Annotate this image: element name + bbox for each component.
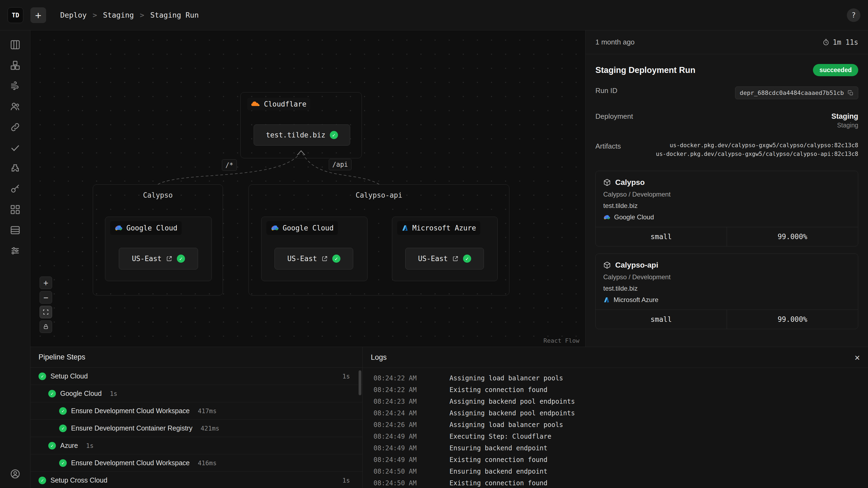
google-cloud-icon	[271, 225, 279, 231]
calypso-api-group-node[interactable]: Calypso-api Google Cloud US-East	[248, 184, 509, 295]
step-success-icon	[59, 425, 67, 432]
sidebar-item-resources[interactable]	[8, 223, 23, 237]
cloudflare-icon	[251, 101, 260, 107]
add-button[interactable]: +	[30, 7, 46, 23]
cloudflare-group-node[interactable]: Cloudflare test.tilde.biz	[240, 92, 362, 158]
cloudflare-group-title: Cloudflare	[264, 100, 307, 108]
provider-name: Google Cloud	[283, 224, 334, 232]
pipeline-scrollbar[interactable]	[359, 370, 361, 395]
step-duration: 1s	[110, 390, 118, 397]
step-success-icon	[48, 442, 56, 450]
region-node[interactable]: US-East	[275, 248, 353, 269]
lock-icon	[43, 324, 49, 330]
resource-provider: Google Cloud	[614, 214, 654, 221]
close-icon[interactable]: ✕	[855, 353, 860, 362]
package-icon	[603, 261, 611, 269]
flow-canvas[interactable]: Cloudflare test.tilde.biz /* /api Calyps…	[30, 30, 585, 347]
resource-project: Calypso / Development	[603, 191, 850, 198]
pipeline-step[interactable]: Ensure Development Container Registry 42…	[30, 420, 362, 437]
breadcrumb: Deploy > Staging > Staging Run	[60, 11, 199, 19]
run-id-label: Run ID	[595, 87, 617, 95]
breadcrumb-staging-run[interactable]: Staging Run	[150, 11, 199, 19]
domain-node[interactable]: test.tilde.biz	[254, 124, 350, 145]
calypso-gc-card[interactable]: Google Cloud US-East	[105, 217, 212, 281]
fit-view-icon	[42, 309, 49, 315]
external-link-icon	[321, 255, 328, 262]
success-check-icon	[463, 255, 471, 263]
log-timestamp: 08:24:22 AM	[373, 375, 437, 382]
deployment-value[interactable]: Staging	[831, 112, 858, 121]
log-message: Executing Step: Cloudflare	[450, 433, 552, 440]
artifacts-label: Artifacts	[595, 142, 621, 151]
table-icon	[10, 225, 21, 236]
log-line: 08:24:49 AM Executing Step: Cloudflare	[363, 430, 868, 442]
calypso-group-node[interactable]: Calypso Google Cloud US-East	[93, 184, 223, 295]
google-cloud-icon	[603, 215, 610, 220]
breadcrumb-staging[interactable]: Staging	[103, 11, 134, 19]
step-success-icon	[48, 390, 56, 397]
zoom-in-button[interactable]: +	[40, 276, 52, 289]
log-timestamp: 08:24:50 AM	[373, 468, 437, 475]
region-node[interactable]: US-East	[119, 248, 198, 269]
pipeline-panel-title: Pipeline Steps	[38, 353, 86, 361]
resource-size: small	[596, 227, 727, 246]
sidebar-item-integrations[interactable]	[8, 161, 23, 176]
step-success-icon	[59, 459, 67, 467]
sidebar-item-team[interactable]	[8, 99, 23, 114]
log-message: Assigning backend pool endpoints	[450, 398, 575, 405]
pipeline-step[interactable]: Setup Cloud 1s	[30, 368, 362, 385]
deployment-label: Deployment	[595, 112, 633, 121]
log-line: 08:24:49 AM Ensuring backend endpoint	[363, 442, 868, 454]
step-duration: 1s	[342, 477, 350, 484]
pipeline-step[interactable]: Azure 1s	[30, 437, 362, 454]
success-check-icon	[177, 255, 185, 263]
lock-button[interactable]	[40, 321, 52, 333]
react-flow-attribution[interactable]: React Flow	[544, 337, 579, 344]
log-line: 08:24:50 AM Ensuring backend endpoint	[363, 465, 868, 477]
sidebar-item-secrets[interactable]	[8, 182, 23, 196]
pipeline-step[interactable]: Ensure Development Cloud Workspace 417ms	[30, 402, 362, 420]
pipeline-step[interactable]: Google Cloud 1s	[30, 385, 362, 402]
calypso-api-group-label: Calypso-api	[249, 191, 509, 199]
workspace-logo[interactable]: TD	[8, 7, 23, 23]
sidebar-item-checks[interactable]	[8, 140, 23, 155]
artifact-path: us-docker.pkg.dev/calypso-gxgw5/calypso/…	[656, 151, 858, 157]
sidebar-item-connections[interactable]	[8, 120, 23, 134]
domain-node-label: test.tilde.biz	[266, 131, 325, 139]
log-message: Ensuring backend endpoint	[450, 468, 547, 475]
log-message: Assigning load balancer pools	[450, 375, 563, 382]
fit-view-button[interactable]	[40, 306, 52, 318]
calypso-api-gc-card[interactable]: Google Cloud US-East	[261, 217, 368, 281]
copy-icon[interactable]	[848, 90, 854, 96]
provider-header: Google Cloud	[267, 221, 338, 235]
sidebar-item-packages[interactable]	[8, 58, 23, 73]
packages-icon	[10, 60, 21, 71]
run-duration: 1m 11s	[833, 38, 858, 46]
sidebar-item-apps[interactable]	[8, 202, 23, 217]
log-message: Assigning backend pool endpoints	[450, 410, 575, 417]
puzzle-icon	[10, 163, 21, 174]
breadcrumb-deploy[interactable]: Deploy	[60, 11, 87, 19]
zoom-out-button[interactable]: −	[40, 291, 52, 304]
status-badge: succeeded	[813, 64, 858, 76]
run-details-panel: 1 month ago 1m 11s Staging Deployment Ru…	[585, 30, 868, 347]
region-label: US-East	[418, 255, 448, 263]
run-id-chip[interactable]: depr_688cdc0a4484caaaed7b51cb	[735, 87, 858, 99]
step-success-icon	[38, 372, 46, 380]
region-node[interactable]: US-East	[405, 248, 484, 269]
calypso-api-azure-card[interactable]: Microsoft Azure US-East	[392, 217, 498, 281]
sidebar-item-dashboard[interactable]	[8, 37, 23, 52]
sidebar	[0, 30, 30, 488]
log-message: Existing connection found	[450, 479, 547, 487]
logs-panel-title: Logs	[371, 353, 387, 362]
sidebar-item-settings[interactable]	[8, 243, 23, 258]
help-button[interactable]: ?	[847, 8, 860, 22]
sidebar-item-deployments[interactable]	[8, 78, 23, 93]
pipeline-step[interactable]: Ensure Development Cloud Workspace 416ms	[30, 454, 362, 472]
step-duration: 416ms	[198, 459, 216, 466]
edge-label-api: /api	[329, 159, 351, 170]
log-line: 08:24:49 AM Existing connection found	[363, 454, 868, 465]
step-label: Google Cloud	[60, 390, 102, 397]
pipeline-step[interactable]: Setup Cross Cloud 1s	[30, 472, 362, 488]
sidebar-item-account[interactable]	[8, 466, 23, 481]
